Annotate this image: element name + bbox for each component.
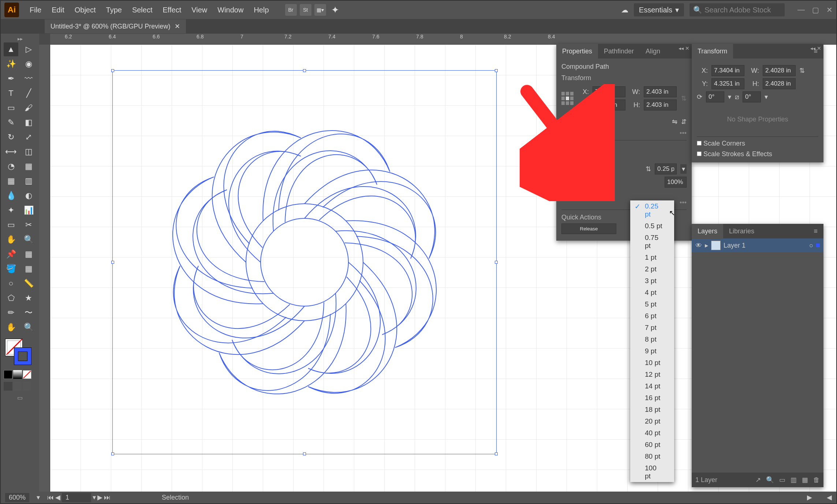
dd-option[interactable]: 3 pt bbox=[630, 275, 674, 287]
tab-properties[interactable]: Properties bbox=[556, 44, 598, 59]
stroke-link[interactable]: Stroke bbox=[572, 165, 591, 173]
th-input[interactable] bbox=[763, 78, 796, 89]
selection-tool[interactable]: ▲ bbox=[4, 42, 18, 56]
t-shear-input[interactable] bbox=[743, 91, 761, 102]
rotate-tool[interactable]: ↻ bbox=[4, 130, 18, 144]
window-minimize[interactable]: — bbox=[797, 5, 805, 14]
draw-mode-behind[interactable] bbox=[13, 382, 22, 391]
flip-v-icon[interactable]: ⇵ bbox=[681, 118, 687, 126]
dd-option[interactable]: 2 pt bbox=[630, 263, 674, 275]
close-icon[interactable]: ✕ bbox=[685, 45, 690, 51]
shaper-tool[interactable]: ✎ bbox=[4, 116, 18, 129]
chevron-down-icon[interactable]: ▾ bbox=[765, 93, 768, 101]
graph-tool[interactable]: 📊 bbox=[21, 203, 36, 217]
chevron-down-icon[interactable]: ▾ bbox=[93, 493, 96, 501]
fill-stroke-swatches[interactable] bbox=[4, 339, 36, 368]
eyedropper-tool[interactable]: 💧 bbox=[4, 189, 18, 203]
dd-option[interactable]: 12 pt bbox=[630, 369, 674, 380]
dd-option[interactable]: 4 pt bbox=[630, 287, 674, 298]
stroke-weight-input[interactable] bbox=[655, 163, 677, 174]
dd-option[interactable]: 7 pt bbox=[630, 322, 674, 334]
dd-option[interactable]: ✓0.25 pt bbox=[630, 200, 674, 220]
print-tiling-tool[interactable]: ▦ bbox=[21, 247, 36, 261]
paintbrush-tool[interactable]: 🖌 bbox=[21, 101, 36, 115]
zoom-tool[interactable]: 🔍 bbox=[21, 233, 36, 247]
panel-menu-icon[interactable]: ≡ bbox=[808, 224, 823, 239]
eraser-tool[interactable]: ◧ bbox=[21, 116, 36, 129]
menu-object[interactable]: Object bbox=[70, 6, 101, 14]
chevron-down-icon[interactable]: ▾ bbox=[680, 164, 687, 174]
tx-input[interactable] bbox=[711, 65, 744, 76]
free-transform-tool[interactable]: ◫ bbox=[21, 145, 36, 159]
menu-help[interactable]: Help bbox=[249, 6, 274, 14]
gpu-icon[interactable]: ✦ bbox=[331, 4, 339, 16]
more-options-icon[interactable]: ••• bbox=[561, 129, 687, 137]
dd-option[interactable]: 60 pt bbox=[630, 439, 674, 451]
lasso-tool[interactable]: ◉ bbox=[21, 57, 36, 71]
dd-option[interactable]: 9 pt bbox=[630, 345, 674, 357]
perspective-tool[interactable]: ▦ bbox=[21, 159, 36, 173]
dd-option[interactable]: 80 pt bbox=[630, 451, 674, 462]
visibility-icon[interactable]: 👁 bbox=[695, 242, 702, 249]
gradient-mode[interactable] bbox=[13, 370, 22, 379]
tab-pathfinder[interactable]: Pathfinder bbox=[598, 44, 640, 59]
menu-effect[interactable]: Effect bbox=[157, 6, 186, 14]
dd-option[interactable]: 20 pt bbox=[630, 415, 674, 427]
dd-option[interactable]: 14 pt bbox=[630, 380, 674, 392]
window-close[interactable]: ✕ bbox=[826, 5, 833, 14]
t-rotate-input[interactable] bbox=[706, 91, 724, 102]
zoom-tool-2[interactable]: 🔍 bbox=[21, 320, 36, 334]
puppet-tool[interactable]: 📌 bbox=[4, 247, 18, 261]
pencil-tool[interactable]: ✏ bbox=[4, 306, 18, 320]
slice-tool[interactable]: ✂ bbox=[21, 218, 36, 232]
tab-transform[interactable]: Transform bbox=[692, 44, 733, 59]
artboard-tool[interactable]: ▭ bbox=[4, 218, 18, 232]
dd-option[interactable]: 100 pt bbox=[630, 462, 674, 482]
symbol-sprayer-tool[interactable]: ✦ bbox=[4, 203, 18, 217]
nav-prev[interactable]: ◀ bbox=[55, 493, 60, 501]
stock-icon[interactable]: St bbox=[300, 4, 311, 16]
ty-input[interactable] bbox=[711, 78, 744, 89]
menu-type[interactable]: Type bbox=[101, 6, 127, 14]
none-mode[interactable] bbox=[23, 370, 31, 379]
shape-builder-tool[interactable]: ◔ bbox=[4, 159, 18, 173]
target-icon[interactable]: ○ bbox=[809, 242, 813, 249]
dd-option[interactable]: 10 pt bbox=[630, 357, 674, 369]
collapse-icon[interactable]: ◂◂ bbox=[810, 45, 815, 51]
nav-arrow-right[interactable]: ◀ bbox=[827, 493, 832, 501]
menu-file[interactable]: File bbox=[25, 6, 46, 14]
dd-option[interactable]: 1 pt bbox=[630, 252, 674, 263]
chevron-down-icon[interactable]: ▾ bbox=[37, 493, 40, 501]
menu-select[interactable]: Select bbox=[127, 6, 158, 14]
new-layer-icon[interactable]: ▦ bbox=[802, 476, 808, 484]
link-icon[interactable]: ⇅ bbox=[681, 94, 687, 102]
dd-option[interactable]: 18 pt bbox=[630, 404, 674, 415]
dd-option[interactable]: 8 pt bbox=[630, 334, 674, 345]
stroke-swatch-prop[interactable] bbox=[561, 165, 569, 173]
artboard-number[interactable]: 1 bbox=[62, 493, 91, 502]
stroke-swatch[interactable] bbox=[14, 347, 31, 365]
zoom-level[interactable]: 600% bbox=[5, 493, 29, 502]
flip-h-icon[interactable]: ⇋ bbox=[672, 118, 677, 126]
y-input[interactable] bbox=[593, 99, 625, 110]
menu-window[interactable]: Window bbox=[212, 6, 249, 14]
direct-selection-tool[interactable]: ▷ bbox=[21, 42, 36, 56]
fx-link[interactable]: fx. bbox=[561, 191, 687, 199]
scale-strokes-checkbox[interactable]: Scale Strokes & Effects bbox=[697, 150, 772, 158]
collapse-icon[interactable]: ◂◂ bbox=[679, 45, 684, 51]
bridge-icon[interactable]: Br bbox=[285, 4, 297, 16]
close-icon[interactable]: ✕ bbox=[817, 45, 821, 51]
ruler-vertical[interactable] bbox=[39, 45, 50, 492]
smooth-tool[interactable]: 〜 bbox=[21, 306, 36, 320]
tab-align[interactable]: Align bbox=[640, 44, 666, 59]
layer-name[interactable]: Layer 1 bbox=[724, 242, 746, 249]
dd-option[interactable]: 0.75 pt bbox=[630, 232, 674, 252]
selection-bbox[interactable] bbox=[112, 70, 497, 454]
dd-option[interactable]: 5 pt bbox=[630, 298, 674, 310]
chevron-down-icon[interactable]: ▾ bbox=[596, 118, 599, 126]
fill-swatch-prop[interactable] bbox=[561, 154, 569, 161]
measure-tool[interactable]: 📏 bbox=[21, 277, 36, 290]
draw-mode-inside[interactable] bbox=[23, 382, 31, 391]
dd-option[interactable]: 40 pt bbox=[630, 427, 674, 439]
color-mode[interactable] bbox=[4, 370, 12, 379]
